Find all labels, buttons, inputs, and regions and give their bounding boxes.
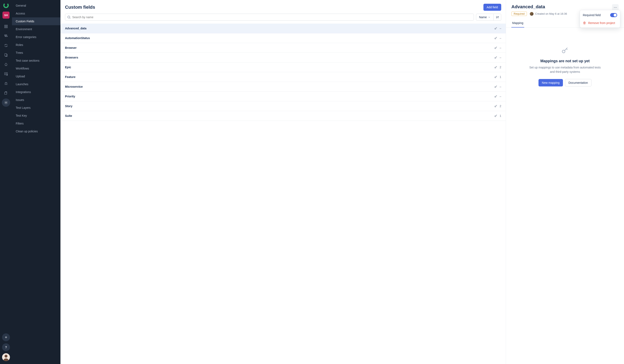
nav-item-test-key[interactable]: Test Key [12, 112, 60, 119]
documentation-button[interactable]: Documentation [565, 79, 592, 87]
field-count: – [500, 85, 501, 88]
rail-tree-icon[interactable] [2, 32, 10, 40]
nav-item-clean-up-policies[interactable]: Clean up policies [12, 127, 60, 135]
field-list: Advanced_data–AutomationStatus–Browser–B… [60, 23, 506, 121]
field-row[interactable]: Story2 [60, 101, 506, 111]
svg-point-9 [7, 74, 8, 75]
required-field-label: Required field [583, 13, 601, 17]
main-content: Custom fields Add field Name [60, 0, 624, 364]
detail-title: Advanced_data [511, 4, 545, 9]
nav-item-upload[interactable]: Upload [12, 72, 60, 80]
search-input[interactable] [65, 14, 474, 21]
nav-item-test-layers[interactable]: Test Layers [12, 104, 60, 112]
svg-point-14 [68, 16, 70, 18]
required-badge: Required [511, 12, 527, 16]
app-logo[interactable] [3, 2, 9, 9]
svg-point-13 [4, 355, 7, 358]
svg-point-17 [495, 47, 496, 49]
nav-item-roles[interactable]: Roles [12, 41, 60, 49]
nav-item-issues[interactable]: Issues [12, 96, 60, 104]
trash-icon [583, 21, 586, 25]
field-count: – [500, 27, 501, 30]
tab-mapping[interactable]: Mapping [511, 19, 524, 27]
key-icon [494, 114, 497, 117]
rail-dashboard-icon[interactable] [2, 22, 10, 31]
svg-point-22 [495, 96, 496, 97]
icon-rail: SH + ? [0, 0, 12, 364]
rail-add-button[interactable]: + [2, 333, 10, 341]
rail-user-avatar[interactable] [2, 353, 10, 361]
field-count: 2 [500, 66, 501, 69]
svg-point-28 [562, 50, 565, 53]
nav-item-trees[interactable]: Trees [12, 49, 60, 57]
key-icon [494, 104, 497, 108]
nav-item-error-categories[interactable]: Error categories [12, 33, 60, 41]
svg-rect-11 [4, 92, 7, 94]
add-field-button[interactable]: Add field [483, 4, 501, 11]
required-toggle[interactable] [610, 13, 617, 17]
svg-point-15 [495, 28, 496, 29]
svg-point-25 [614, 7, 615, 8]
ellipsis-icon [613, 6, 617, 9]
svg-rect-4 [6, 27, 7, 28]
svg-rect-2 [6, 25, 7, 26]
key-icon [494, 75, 497, 79]
svg-rect-3 [4, 27, 6, 28]
field-row[interactable]: Feature1 [60, 72, 506, 82]
field-row[interactable]: AutomationStatus– [60, 33, 506, 43]
svg-point-26 [615, 7, 616, 8]
svg-point-20 [495, 77, 496, 78]
svg-rect-5 [4, 35, 7, 35]
field-name: AutomationStatus [65, 36, 90, 40]
field-row[interactable]: Suite1 [60, 111, 506, 121]
created-info: Created on May 6 at 16:36 [530, 12, 567, 16]
nav-item-custom-fields[interactable]: Custom Fields [12, 17, 60, 25]
svg-point-16 [495, 38, 496, 39]
key-icon [494, 85, 497, 88]
field-name: Priority [65, 95, 75, 98]
nav-item-access[interactable]: Access [12, 9, 60, 17]
rail-defects-icon[interactable] [2, 79, 10, 88]
key-icon [494, 66, 497, 69]
field-row[interactable]: Browser– [60, 43, 506, 53]
nav-item-filters[interactable]: Filters [12, 119, 60, 127]
field-row[interactable]: Microservice– [60, 82, 506, 92]
svg-point-24 [495, 116, 496, 117]
field-row[interactable]: Priority– [60, 92, 506, 101]
field-name: Feature [65, 75, 76, 79]
field-count: 1 [500, 114, 501, 117]
key-icon [561, 46, 569, 55]
svg-point-12 [6, 102, 7, 103]
nav-item-environment[interactable]: Environment [12, 25, 60, 33]
rail-settings-icon[interactable] [2, 98, 10, 107]
nav-item-integrations[interactable]: Integrations [12, 88, 60, 96]
rail-cycles-icon[interactable] [2, 41, 10, 50]
nav-item-general[interactable]: General [12, 2, 60, 9]
new-mapping-button[interactable]: New mapping [539, 79, 563, 87]
field-name: Story [65, 104, 73, 108]
rail-analytics-icon[interactable] [2, 70, 10, 78]
rail-help-button[interactable]: ? [2, 343, 10, 351]
field-count: – [500, 46, 501, 49]
sort-direction-button[interactable] [494, 14, 501, 21]
field-row[interactable]: Browsers– [60, 53, 506, 63]
page-title: Custom fields [65, 4, 95, 10]
svg-point-23 [495, 106, 496, 107]
field-count: 2 [500, 104, 501, 108]
custom-fields-pane: Custom fields Add field Name [60, 0, 506, 364]
remove-from-project[interactable]: Remove from project [580, 19, 620, 27]
nav-item-launches[interactable]: Launches [12, 80, 60, 88]
svg-rect-6 [5, 36, 7, 37]
project-avatar[interactable]: SH [2, 12, 9, 19]
svg-point-10 [5, 83, 7, 85]
rail-launches-icon[interactable] [2, 60, 10, 69]
nav-item-workflows[interactable]: Workflows [12, 65, 60, 72]
nav-item-test-case-sections[interactable]: Test case sections [12, 57, 60, 65]
rail-testplans-icon[interactable] [2, 51, 10, 59]
field-row[interactable]: Epic2 [60, 63, 506, 72]
field-row[interactable]: Advanced_data– [60, 23, 506, 33]
required-field-toggle-row[interactable]: Required field [580, 11, 620, 19]
field-count: 1 [500, 75, 501, 79]
sort-field-button[interactable]: Name [476, 14, 494, 21]
rail-jobs-icon[interactable] [2, 89, 10, 97]
